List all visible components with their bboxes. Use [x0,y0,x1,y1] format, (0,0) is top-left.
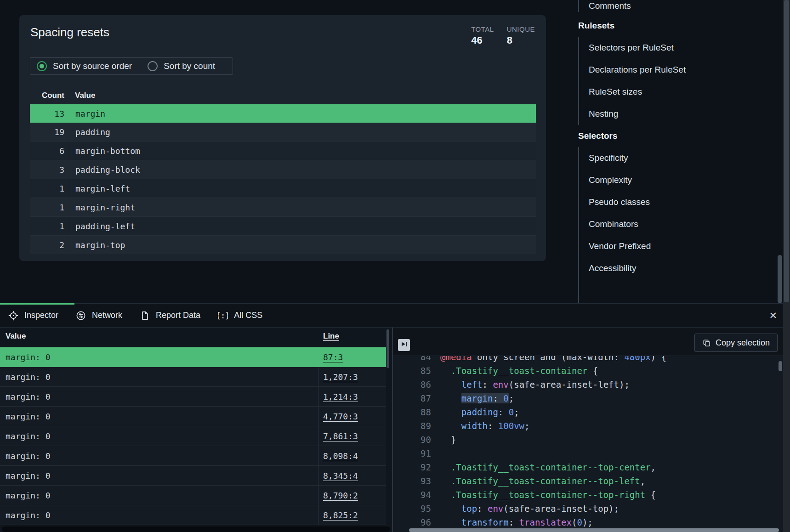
code-token: : [477,504,488,514]
table-row[interactable]: 1margin-right [30,198,536,216]
table-row[interactable]: 2margin-top [30,235,536,254]
sidebar-item-nesting[interactable]: Nesting [589,103,780,125]
declaration-row[interactable]: margin: 08,345:4 [0,466,386,486]
close-panel-button[interactable]: ✕ [769,309,777,322]
line-link[interactable]: 1,207:3 [323,372,358,382]
line-link[interactable]: 4,770:3 [323,412,358,421]
radio-unselected-icon[interactable] [148,61,158,71]
count-cell: 13 [30,104,70,123]
code-token: ) { [651,356,666,362]
code-horizontal-scrollbar-thumb[interactable] [409,528,779,532]
declaration-value-cell: margin: 0 [0,407,318,426]
table-row[interactable]: 1padding-left [30,216,536,235]
declarations-rows: margin: 087:3margin: 01,207:3margin: 01,… [0,347,392,525]
line-cell: 7,861:3 [318,426,386,446]
table-row[interactable]: 1margin-left [30,179,536,198]
code-vertical-scrollbar-thumb[interactable] [779,361,782,371]
declaration-row[interactable]: margin: 01,207:3 [0,367,386,387]
value-cell: margin [70,109,105,119]
css-analyzer-app: Spacing resets TOTAL46UNIQUE8 Sort by so… [0,0,790,532]
code-token: ; [509,393,514,403]
expand-panel-button[interactable] [398,339,410,351]
declaration-row[interactable]: margin: 07,861:3 [0,426,386,446]
sidebar-item-accessibility[interactable]: Accessibility [589,257,780,279]
code-token: @media [440,356,472,362]
line-link[interactable]: 8,345:4 [323,471,358,481]
sidebar-item-combinators[interactable]: Combinators [589,213,780,235]
code-token: .Toastify__toast-container--top-center [451,462,651,472]
table-row[interactable]: 3padding-block [30,160,536,179]
sidebar-item-complexity[interactable]: Complexity [589,169,780,191]
code-token: ); [582,517,593,527]
copy-selection-button[interactable]: Copy selection [694,334,778,352]
value-cell: padding-left [70,221,135,231]
sidebar-item-vendor-prefixed[interactable]: Vendor Prefixed [589,235,780,257]
declaration-row[interactable]: margin: 087:3 [0,347,386,367]
sort-option-label: Sort by source order [53,61,132,71]
table-row[interactable]: 19padding [30,123,536,141]
line-link[interactable]: 87:3 [323,352,343,362]
sidebar-item-ruleset-sizes[interactable]: RuleSet sizes [589,81,780,103]
line-link[interactable]: 7,861:3 [323,431,358,441]
sidebar-group: RulesetsSelectors per RuleSetDeclaration… [578,15,780,125]
declaration-row[interactable]: margin: 08,098:4 [0,446,386,466]
line-number: 85 [393,366,431,376]
line-link[interactable]: 1,214:3 [323,392,358,402]
declaration-row[interactable]: margin: 04,770:3 [0,407,386,426]
sort-option[interactable]: Sort by source order [37,61,132,71]
sidebar-item-pseudo-classes[interactable]: Pseudo classes [589,191,780,213]
line-link[interactable]: 8,825:2 [323,510,358,520]
code-token [440,504,461,514]
sort-option[interactable]: Sort by count [148,61,215,71]
line-link[interactable]: 8,098:4 [323,451,358,461]
declaration-value-cell: margin: 0 [0,367,318,386]
declarations-pane-header: Value Line [0,328,392,347]
document-icon [140,311,150,321]
tab-label: Network [92,311,122,320]
tab-all-css[interactable]: {:}All CSS [218,311,262,321]
code-text: left: env(safe-area-inset-left); [431,379,630,390]
left-pane-horizontal-scrollbar-thumb[interactable] [2,526,390,532]
sidebar-section-header: Selectors [578,125,780,147]
line-cell: 8,825:2 [318,505,386,525]
stat-block: UNIQUE8 [507,25,535,46]
tab-inspector[interactable]: Inspector [8,311,58,321]
sidebar-scrollbar-thumb[interactable] [778,255,782,303]
stat-label: TOTAL [471,25,494,33]
sidebar-item-selectors-per-ruleset[interactable]: Selectors per RuleSet [589,37,780,59]
code-token [440,366,451,376]
code-text: padding: 0; [431,407,519,417]
line-link[interactable]: 8,790:2 [323,491,358,500]
code-text: .Toastify__toast-container--top-right { [431,490,656,500]
declaration-row[interactable]: margin: 08,790:2 [0,486,386,505]
tab-network[interactable]: Network [76,311,122,321]
table-row[interactable]: 13margin [30,104,536,123]
line-column-header[interactable]: Line [323,332,339,341]
code-token: 0 [503,393,508,403]
tab-bar: InspectorNetworkReport Data{:}All CSS ✕ [0,304,790,328]
copy-icon [702,339,711,347]
page-scrollbar-thumb[interactable] [784,0,789,302]
left-pane-vertical-scrollbar-thumb[interactable] [386,329,389,368]
declaration-row[interactable]: margin: 01,214:3 [0,387,386,407]
code-line: 96 transform: translatex(0); [393,515,783,528]
sidebar-item-declarations-per-ruleset[interactable]: Declarations per RuleSet [589,59,780,81]
code-token: top [461,504,477,514]
count-cell: 19 [30,123,70,141]
declaration-value-cell: margin: 0 [0,347,318,367]
page-scrollbar[interactable] [783,0,790,532]
table-row[interactable]: 6margin-bottom [30,141,536,160]
radio-selected-icon[interactable] [37,61,47,71]
count-cell: 1 [30,217,70,235]
sidebar-item-comments[interactable]: Comments [589,0,780,12]
declaration-row[interactable]: margin: 08,825:2 [0,505,386,525]
declaration-value-cell: margin: 0 [0,446,318,465]
code-token [440,393,461,403]
code-token: { [587,366,598,376]
line-number: 96 [393,517,431,527]
code-token: .Toastify__toast-container--top-left [451,476,640,486]
tab-report-data[interactable]: Report Data [140,311,200,321]
code-line: 95 top: env(safe-area-inset-top); [393,502,783,515]
value-cell: margin-bottom [70,146,140,156]
sidebar-item-specificity[interactable]: Specificity [589,147,780,169]
